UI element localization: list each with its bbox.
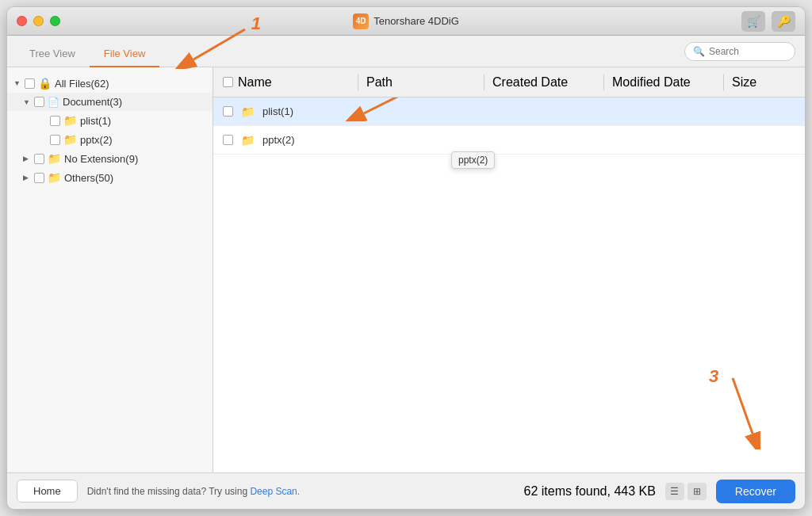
file-name-plist: 📁 plist(1) xyxy=(223,105,358,118)
tab-tree-view[interactable]: Tree View xyxy=(15,41,90,67)
divider-created-modified xyxy=(603,75,604,90)
sidebar-item-others[interactable]: ▶ 📁 Others(50) xyxy=(7,168,213,187)
close-button[interactable] xyxy=(17,16,27,26)
checkbox-no-extension[interactable] xyxy=(34,154,44,164)
header-size: Size xyxy=(732,75,795,90)
header-created-label: Created Date xyxy=(492,75,568,89)
folder-icon: 🔒 xyxy=(38,77,52,90)
divider-path-created xyxy=(484,75,485,90)
folder-icon-row-pptx: 📁 xyxy=(241,134,255,147)
titlebar: 4D Tenorshare 4DDiG 🛒 🔑 xyxy=(7,7,805,36)
sidebar-item-all-files[interactable]: ▼ 🔒 All Files(62) xyxy=(7,74,213,93)
search-icon: 🔍 xyxy=(693,46,705,57)
deep-scan-link[interactable]: Deep Scan. xyxy=(250,486,300,497)
sidebar-label-plist: plist(1) xyxy=(80,115,111,127)
sidebar-label-no-extension: No Extension(9) xyxy=(64,153,138,165)
grid-view-icon[interactable]: ⊞ xyxy=(688,483,707,500)
checkbox-row-plist[interactable] xyxy=(223,106,233,117)
file-row-label-pptx: pptx(2) xyxy=(262,134,294,146)
app-title: 4D Tenorshare 4DDiG xyxy=(353,13,459,29)
app-window: 4D Tenorshare 4DDiG 🛒 🔑 Tree View File V… xyxy=(6,6,806,510)
checkbox-document[interactable] xyxy=(34,97,44,107)
items-found-label: 62 items found, 443 KB xyxy=(524,484,656,499)
file-row-label-plist: plist(1) xyxy=(262,105,293,117)
expand-icon-noext: ▶ xyxy=(23,155,31,162)
sidebar-label-pptx: pptx(2) xyxy=(80,134,112,146)
folder-icon-others: 📁 xyxy=(48,171,61,184)
maximize-button[interactable] xyxy=(50,16,60,26)
table-row[interactable]: 📁 plist(1) 2 xyxy=(213,97,805,126)
titlebar-actions: 🛒 🔑 xyxy=(741,11,795,32)
sidebar: ▼ 🔒 All Files(62) ▼ 📄 Document(3) 📁 plis… xyxy=(7,67,213,472)
header-name-label: Name xyxy=(238,75,272,90)
sidebar-item-pptx[interactable]: 📁 pptx(2) xyxy=(7,130,213,149)
main-content: ▼ 🔒 All Files(62) ▼ 📄 Document(3) 📁 plis… xyxy=(7,67,805,472)
file-icon: 📄 xyxy=(48,97,59,108)
bottombar: Home Didn't find the missing data? Try u… xyxy=(7,472,805,509)
file-list: 📁 plist(1) 2 xyxy=(213,97,805,472)
expand-icon: ▼ xyxy=(23,98,31,106)
minimize-button[interactable] xyxy=(33,16,44,26)
table-row[interactable]: 📁 pptx(2) pptx(2) xyxy=(213,126,805,155)
tabbar: Tree View File View 🔍 1 xyxy=(7,36,805,67)
file-pane: Name Path Created Date Modified Date Siz… xyxy=(213,67,805,472)
folder-icon-row-plist: 📁 xyxy=(241,105,255,118)
divider-modified-size xyxy=(723,75,724,90)
header-modified-label: Modified Date xyxy=(612,75,691,89)
file-table-header: Name Path Created Date Modified Date Siz… xyxy=(213,67,805,97)
list-view-icon[interactable]: ☰ xyxy=(665,483,684,500)
divider-name-path xyxy=(358,75,358,90)
folder-icon-noext: 📁 xyxy=(48,152,61,165)
bottom-right: 62 items found, 443 KB ☰ ⊞ Recover xyxy=(524,480,795,503)
sidebar-item-plist[interactable]: 📁 plist(1) xyxy=(7,111,213,130)
header-path: Path xyxy=(366,75,484,90)
search-input[interactable] xyxy=(709,46,787,57)
app-icon: 4D xyxy=(353,13,369,29)
checkbox-row-pptx[interactable] xyxy=(223,135,233,145)
checkbox-others[interactable] xyxy=(34,173,44,183)
sidebar-label-document: Document(3) xyxy=(63,96,122,108)
header-modified: Modified Date xyxy=(612,75,723,90)
expand-icon-others: ▶ xyxy=(23,174,31,182)
checkbox-all-files[interactable] xyxy=(25,78,35,89)
cart-icon[interactable]: 🛒 xyxy=(741,11,765,32)
home-button[interactable]: Home xyxy=(17,480,78,503)
sidebar-item-document[interactable]: ▼ 📄 Document(3) xyxy=(7,93,213,111)
search-box[interactable]: 🔍 xyxy=(684,42,795,61)
bottom-message: Didn't find the missing data? Try using … xyxy=(87,486,515,497)
sidebar-label-others: Others(50) xyxy=(64,172,113,184)
sidebar-label-all-files: All Files(62) xyxy=(55,78,109,90)
header-created: Created Date xyxy=(492,75,603,90)
key-icon[interactable]: 🔑 xyxy=(772,11,795,32)
header-size-label: Size xyxy=(732,75,756,89)
window-controls xyxy=(17,16,60,26)
recover-button[interactable]: Recover xyxy=(716,480,795,503)
file-name-pptx: 📁 pptx(2) xyxy=(223,134,358,147)
app-title-text: Tenorshare 4DDiG xyxy=(373,15,459,27)
header-path-label: Path xyxy=(366,75,393,89)
expand-icon: ▼ xyxy=(13,79,21,87)
checkbox-select-all[interactable] xyxy=(223,77,233,87)
tab-file-view[interactable]: File View xyxy=(90,41,160,67)
sidebar-item-no-extension[interactable]: ▶ 📁 No Extension(9) xyxy=(7,149,213,168)
tooltip-pptx: pptx(2) xyxy=(451,151,495,169)
bottom-message-text: Didn't find the missing data? Try using xyxy=(87,486,251,497)
folder-icon-pptx: 📁 xyxy=(63,133,77,146)
view-icons: ☰ ⊞ xyxy=(665,483,707,500)
header-name: Name xyxy=(223,75,358,90)
checkbox-plist[interactable] xyxy=(50,116,60,126)
checkbox-pptx[interactable] xyxy=(50,135,60,145)
folder-icon-plist: 📁 xyxy=(63,114,77,127)
